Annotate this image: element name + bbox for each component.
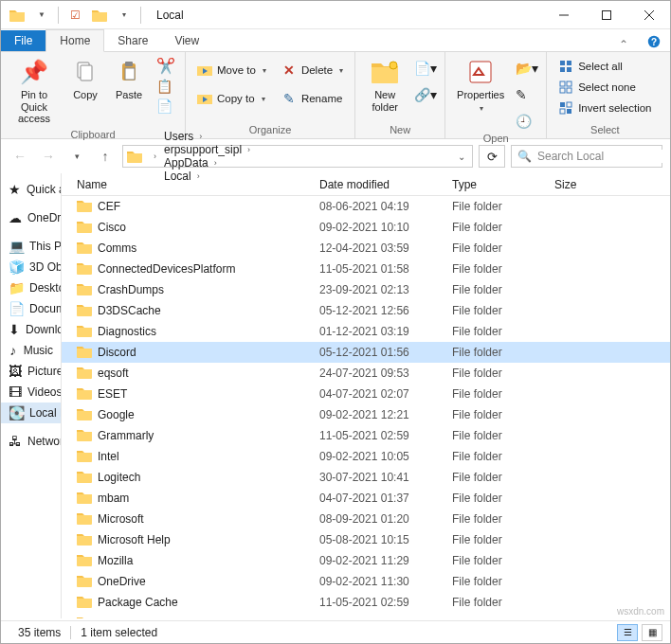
chevron-right-icon: › — [154, 152, 156, 161]
paste-shortcut-icon[interactable]: 📄 — [153, 97, 179, 116]
tab-share[interactable]: Share — [104, 30, 161, 51]
search-box[interactable]: 🔍 — [511, 145, 662, 168]
tab-file[interactable]: File — [1, 30, 45, 51]
nav-item[interactable]: 🖧Network — [1, 431, 61, 452]
tab-view[interactable]: View — [161, 30, 212, 51]
properties-button[interactable]: Properties ▾ — [451, 55, 510, 115]
move-to-button[interactable]: Move to▾ — [191, 61, 272, 80]
copy-path-icon[interactable]: 📋 — [153, 77, 179, 96]
qat-customize-icon[interactable]: ▾ — [114, 5, 135, 26]
column-size[interactable]: Size — [547, 178, 670, 191]
search-input[interactable] — [537, 150, 671, 163]
file-row[interactable]: Grammarly11-05-2021 02:59File folder — [62, 425, 670, 446]
file-row[interactable]: Logitech30-07-2021 10:41File folder — [62, 467, 670, 488]
file-row[interactable]: Comms12-04-2021 03:59File folder — [62, 238, 670, 259]
maximize-button[interactable] — [585, 1, 627, 29]
thumbnails-view-button[interactable]: ▦ — [642, 624, 662, 641]
easy-access-icon[interactable]: 🔗▾ — [412, 85, 439, 104]
cut-icon[interactable]: ✂️ — [153, 55, 179, 77]
tab-home[interactable]: Home — [45, 29, 104, 52]
nav-item[interactable]: 🧊3D Objects — [1, 257, 61, 277]
nav-item[interactable]: ♪Music — [1, 340, 61, 361]
qat-dropdown-icon[interactable]: ▼ — [31, 5, 52, 26]
pin-to-quick-access-button[interactable]: 📌 Pin to Quick access — [7, 55, 62, 127]
cell-name: Mozilla — [69, 553, 312, 569]
recent-locations-button[interactable]: ▾ — [65, 145, 88, 168]
cell-date: 04-07-2021 01:37 — [312, 492, 444, 505]
up-button[interactable]: ↑ — [94, 145, 117, 168]
nav-item[interactable]: 📁Desktop — [1, 277, 61, 298]
file-row[interactable]: ESET04-07-2021 02:07File folder — [62, 384, 670, 404]
file-rows[interactable]: CEF08-06-2021 04:19File folderCisco09-02… — [62, 196, 670, 618]
address-bar-row: ← → ▾ ↑ › Users›erpsupport_sipl›AppData›… — [1, 139, 670, 173]
svg-rect-19 — [560, 88, 565, 93]
file-row[interactable]: D3DSCache05-12-2021 12:56File folder — [62, 300, 670, 321]
nav-item[interactable]: 📄Documents — [1, 298, 61, 319]
file-row[interactable]: Cisco09-02-2021 10:10File folder — [62, 217, 670, 238]
nav-item[interactable]: 💻This PC — [1, 236, 61, 257]
address-bar[interactable]: › Users›erpsupport_sipl›AppData›Local› ⌄ — [122, 145, 473, 168]
properties-qat-icon[interactable]: ☑ — [64, 5, 85, 26]
svg-rect-22 — [567, 102, 571, 107]
file-row[interactable]: Discord05-12-2021 01:56File folder — [62, 342, 670, 363]
breadcrumb-segment[interactable]: Users› — [160, 130, 254, 143]
file-row[interactable]: Diagnostics01-12-2021 03:19File folder — [62, 321, 670, 342]
nav-item[interactable]: ☁OneDrive — [1, 207, 61, 228]
forward-button[interactable]: → — [37, 145, 60, 168]
file-row[interactable]: Intel09-02-2021 10:05File folder — [62, 446, 670, 467]
history-icon[interactable]: 🕘 — [514, 112, 540, 131]
file-row[interactable]: Microsoft Help05-08-2021 10:15File folde… — [62, 529, 670, 550]
invert-selection-button[interactable]: Invert selection — [553, 98, 657, 117]
down-icon: ⬇ — [9, 322, 20, 337]
file-row[interactable]: Microsoft08-09-2021 01:20File folder — [62, 509, 670, 529]
column-date[interactable]: Date modified — [312, 178, 444, 191]
refresh-button[interactable]: ⟳ — [479, 145, 505, 168]
open-icon[interactable]: 📂▾ — [514, 59, 540, 78]
nav-item[interactable]: 🖼Pictures — [1, 361, 61, 382]
nav-item[interactable]: ⬇Downloads — [1, 319, 61, 340]
file-row[interactable]: eqsoft24-07-2021 09:53File folder — [62, 363, 670, 384]
paste-button[interactable]: Paste — [109, 55, 149, 103]
copy-to-button[interactable]: Copy to▾ — [191, 89, 272, 108]
folder-icon — [7, 5, 27, 26]
select-none-button[interactable]: Select none — [553, 78, 657, 97]
breadcrumb-segment[interactable]: AppData› — [160, 156, 254, 170]
cell-type: File folder — [444, 262, 547, 276]
file-row[interactable]: ConnectedDevicesPlatform11-05-2021 01:58… — [62, 259, 670, 279]
cell-type: File folder — [444, 346, 547, 359]
copy-button[interactable]: Copy — [65, 55, 105, 103]
rename-button[interactable]: ✎ Rename — [276, 89, 349, 108]
cell-type: File folder — [444, 471, 547, 484]
navigation-pane[interactable]: ★Quick access☁OneDrive💻This PC🧊3D Object… — [1, 173, 62, 618]
minimize-button[interactable] — [542, 1, 585, 29]
nav-item[interactable]: 🎞Videos — [1, 382, 61, 402]
breadcrumb-root[interactable]: › — [144, 152, 160, 161]
file-row[interactable]: mbam04-07-2021 01:37File folder — [62, 488, 670, 509]
new-item-icon[interactable]: 📄▾ — [412, 59, 439, 78]
address-history-dropdown[interactable]: ⌄ — [453, 152, 470, 162]
file-row[interactable]: CrashDumps23-09-2021 02:13File folder — [62, 279, 670, 300]
nav-item[interactable]: 💽Local Disk — [1, 402, 61, 423]
file-row[interactable]: Package Cache11-05-2021 02:59File folder — [62, 592, 670, 613]
nav-item[interactable]: ★Quick access — [1, 179, 61, 200]
file-row[interactable]: Mozilla09-02-2021 11:29File folder — [62, 550, 670, 571]
edit-icon[interactable]: ✎ — [514, 85, 540, 104]
file-row[interactable]: Packages04-12-2021 05:37File folder — [62, 613, 670, 618]
collapse-ribbon-icon[interactable]: ⌃ — [609, 38, 638, 51]
details-view-button[interactable]: ☰ — [617, 624, 638, 641]
new-folder-button[interactable]: New folder — [361, 55, 408, 115]
back-button[interactable]: ← — [9, 145, 31, 168]
select-all-button[interactable]: Select all — [553, 57, 657, 76]
column-name[interactable]: Name — [69, 178, 312, 191]
file-row[interactable]: CEF08-06-2021 04:19File folder — [62, 196, 670, 217]
delete-button[interactable]: ✕ Delete▾ — [276, 61, 349, 80]
column-headers[interactable]: Name Date modified Type Size — [62, 173, 670, 196]
file-list: Name Date modified Type Size CEF08-06-20… — [62, 173, 670, 618]
column-type[interactable]: Type — [444, 178, 547, 191]
file-row[interactable]: Google09-02-2021 12:21File folder — [62, 404, 670, 425]
help-icon[interactable]: ? — [638, 35, 670, 51]
new-folder-qat-icon[interactable] — [89, 5, 110, 26]
close-button[interactable] — [627, 1, 670, 29]
breadcrumb-segment[interactable]: erpsupport_sipl› — [160, 143, 254, 156]
file-row[interactable]: OneDrive09-02-2021 11:30File folder — [62, 571, 670, 592]
